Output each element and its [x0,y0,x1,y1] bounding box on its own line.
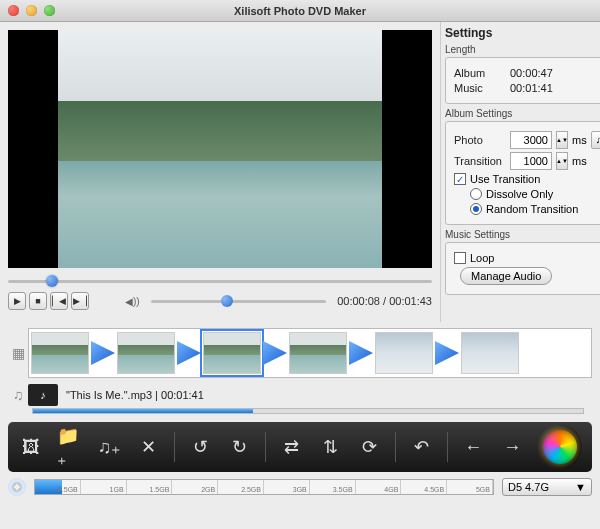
delete-button[interactable]: ✕ [135,433,162,461]
window-title: Xilisoft Photo DVD Maker [0,5,600,17]
stop-button[interactable]: ■ [29,292,47,310]
shuffle-button[interactable]: ⇅ [317,433,344,461]
audio-progress[interactable] [32,408,584,414]
transition-stepper[interactable]: ▲▼ [556,152,568,170]
length-title: Length [445,44,600,55]
thumb-4[interactable] [289,332,347,374]
mute-icon[interactable]: ◀)) [125,296,140,307]
settings-heading: Settings [445,26,600,40]
disc-icon [8,478,26,496]
action-toolbar: 🖼 📁₊ ♫₊ ✕ ↺ ↻ ⇄ ⇅ ⟳ ↶ ← → [8,422,592,472]
audio-clip-icon[interactable]: ♪ [28,384,58,406]
album-length-value: 00:00:47 [510,67,553,79]
rotate-ccw-button[interactable]: ↺ [187,433,214,461]
close-button[interactable] [8,5,19,16]
manage-audio-button[interactable]: Manage Audio [460,267,552,285]
photo-label: Photo [454,134,506,146]
preview-pane: ▶ ■ ▏◀ ▶▕ ◀)) 00:00:08 / 00:01:43 [0,22,440,322]
transition-2[interactable] [177,341,201,365]
time-display: 00:00:08 / 00:01:43 [337,295,432,307]
thumb-2[interactable] [117,332,175,374]
loop-button[interactable]: ⇄ [278,433,305,461]
use-transition-checkbox[interactable]: ✓ [454,173,466,185]
scrub-slider[interactable] [8,274,432,288]
transition-duration-input[interactable] [510,152,552,170]
random-transition-label: Random Transition [486,203,578,215]
photo-stepper[interactable]: ▲▼ [556,131,568,149]
photo-duration-input[interactable] [510,131,552,149]
album-settings-title: Album Settings [445,108,600,119]
music-settings-title: Music Settings [445,229,600,240]
dissolve-only-radio[interactable] [470,188,482,200]
minimize-button[interactable] [26,5,37,16]
filmstrip[interactable] [28,328,592,378]
transition-4[interactable] [349,341,373,365]
refresh-button[interactable]: ⟳ [356,433,383,461]
add-photo-button[interactable]: 🖼 [18,433,45,461]
random-transition-radio[interactable] [470,203,482,215]
dissolve-only-label: Dissolve Only [486,188,553,200]
zoom-button[interactable] [44,5,55,16]
use-transition-label: Use Transition [470,173,540,185]
photos-icon[interactable]: ▦ [8,343,28,363]
add-folder-button[interactable]: 📁₊ [57,433,84,461]
album-length-label: Album [454,67,506,79]
loop-checkbox[interactable] [454,252,466,264]
music-note-button[interactable]: ♫ [591,131,600,149]
disc-usage-bar: 0.5GB1GB1.5GB2GB2.5GB3GB3.5GB4GB4.5GB5GB [34,479,494,495]
thumb-6[interactable] [461,332,519,374]
music-length-value: 00:01:41 [510,82,553,94]
thumb-5[interactable] [375,332,433,374]
transition-5[interactable] [435,341,459,365]
titlebar: Xilisoft Photo DVD Maker [0,0,600,22]
next-button[interactable]: ▶▕ [71,292,89,310]
disc-type-select[interactable]: D5 4.7G▼ [502,478,592,496]
loop-label: Loop [470,252,494,264]
undo-button[interactable]: ↶ [408,433,435,461]
volume-slider[interactable] [151,294,327,308]
transition-1[interactable] [91,341,115,365]
music-icon[interactable]: ♫ [8,385,28,405]
move-right-button[interactable]: → [499,433,526,461]
burn-button[interactable] [538,424,582,470]
rotate-cw-button[interactable]: ↻ [226,433,253,461]
add-music-button[interactable]: ♫₊ [96,433,123,461]
music-length-label: Music [454,82,506,94]
video-preview[interactable] [8,30,432,268]
thumb-3[interactable] [203,332,261,374]
audio-file-label: "This Is Me.".mp3 | 00:01:41 [66,389,204,401]
transition-label: Transition [454,155,506,167]
transition-3[interactable] [263,341,287,365]
move-left-button[interactable]: ← [460,433,487,461]
thumb-1[interactable] [31,332,89,374]
prev-button[interactable]: ▏◀ [50,292,68,310]
chevron-down-icon: ▼ [575,481,586,493]
play-button[interactable]: ▶ [8,292,26,310]
settings-panel: Settings Length Album00:00:47 Music00:01… [440,22,600,322]
